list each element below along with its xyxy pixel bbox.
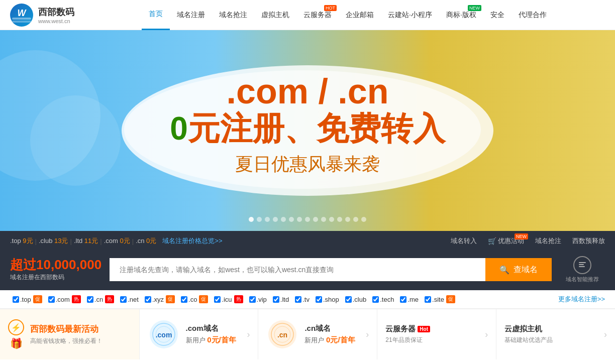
banner-title: .com / .cn: [132, 74, 483, 109]
nav-badge-new: NEW: [468, 5, 481, 12]
nav-item-security[interactable]: 安全: [483, 0, 511, 30]
card-promo[interactable]: ⚡ 🎁 西部数码最新活动 高能省钱攻略，强推必看！: [0, 309, 140, 359]
cn-price: .cn 0元: [136, 236, 156, 246]
main-nav: 首页 域名注册 域名抢注 虚拟主机 云服务器 HOT 企业邮箱 云建站·小程序 …: [90, 0, 605, 30]
server-desc: 21年品质保证: [385, 336, 479, 344]
tld-tv[interactable]: .tv: [292, 295, 312, 304]
dot-7[interactable]: [297, 217, 302, 222]
domain-grab-link[interactable]: 域名抢注: [535, 236, 561, 246]
nav-item-domain-grab[interactable]: 域名抢注: [212, 0, 254, 30]
nav-badge-hot: HOT: [324, 5, 337, 12]
top-price: .top 9元: [10, 236, 33, 246]
banner-dots: [249, 217, 366, 222]
search-input[interactable]: [110, 258, 485, 281]
banner-subtitle-text: 元注册、免费转入: [188, 110, 445, 147]
dot-10[interactable]: [321, 217, 326, 222]
server-hot-badge: Hot: [418, 326, 430, 332]
tld-vip[interactable]: .vip: [247, 295, 269, 304]
dot-6[interactable]: [289, 217, 294, 222]
server-arrow: ›: [485, 329, 488, 340]
dot-14[interactable]: [353, 217, 358, 222]
dot-4[interactable]: [273, 217, 278, 222]
tld-com[interactable]: .com 热: [46, 294, 83, 304]
nav-item-vhost[interactable]: 虚拟主机: [254, 0, 296, 30]
search-section: 超过10,000,000 域名注册在西部数码 🔍 查域名 域名智能推荐: [0, 251, 615, 290]
more-tld-link[interactable]: 更多域名注册>>: [558, 295, 605, 304]
search-button-label: 查域名: [514, 265, 538, 275]
domain-prices: .top 9元 | .club 13元 | .ltd 11元 | .com 0元…: [10, 236, 451, 246]
cn-domain-name: .cn域名: [304, 324, 355, 333]
promo-text: 西部数码最新活动 高能省钱攻略，强推必看！: [30, 323, 102, 345]
banner-content: .com / .cn 0元注册、免费转入 夏日优惠风暴来袭: [132, 74, 483, 177]
dot-3[interactable]: [265, 217, 270, 222]
dot-12[interactable]: [337, 217, 342, 222]
tld-ltd[interactable]: .ltd: [270, 295, 291, 304]
logo[interactable]: W 西部数码 www.west.cn: [10, 4, 90, 27]
nav-item-email[interactable]: 企业邮箱: [339, 0, 381, 30]
search-left: 超过10,000,000 域名注册在西部数码: [10, 258, 101, 282]
promo-new-badge: NEW: [515, 233, 528, 239]
search-button[interactable]: 🔍 查域名: [485, 258, 552, 281]
club-price: .club 13元: [39, 236, 68, 246]
nav-item-cloud-server[interactable]: 云服务器 HOT: [296, 0, 339, 30]
nav-item-trademark[interactable]: 商标·版权 NEW: [439, 0, 483, 30]
server-info: 云服务器 Hot 21年品质保证: [385, 324, 479, 344]
hosting-arrow: ›: [604, 329, 607, 340]
search-desc: 域名注册在西部数码: [10, 273, 101, 282]
svg-rect-6: [579, 262, 586, 263]
nav-item-home[interactable]: 首页: [142, 0, 170, 30]
tld-net[interactable]: .net: [118, 295, 141, 304]
tld-bar: .top 促 .com 热 .cn 热 .net .xyz 促 .co 促 .i…: [0, 290, 615, 309]
tld-club[interactable]: .club: [343, 295, 369, 304]
tld-site[interactable]: .site 促: [422, 294, 458, 304]
domain-bar-right: 域名转入 🛒 优惠活动 NEW 域名抢注 西数预释放: [451, 236, 605, 246]
tld-top[interactable]: .top 促: [10, 294, 45, 304]
logo-icon: W: [10, 4, 33, 27]
logo-text: 西部数码 www.west.cn: [38, 6, 74, 24]
card-server[interactable]: 云服务器 Hot 21年品质保证 ›: [377, 309, 496, 359]
dot-2[interactable]: [257, 217, 262, 222]
card-com[interactable]: .com .com域名 新用户 0元/首年 ›: [140, 309, 259, 359]
dot-9[interactable]: [313, 217, 318, 222]
search-box: 🔍 查域名: [110, 258, 552, 281]
tld-shop[interactable]: .shop: [313, 295, 342, 304]
domain-bar: .top 9元 | .club 13元 | .ltd 11元 | .com 0元…: [0, 231, 615, 251]
tld-me[interactable]: .me: [397, 295, 421, 304]
banner-tagline: 夏日优惠风暴来袭: [132, 152, 483, 177]
tld-icu[interactable]: .icu 热: [212, 294, 245, 304]
svg-rect-2: [12, 21, 31, 23]
prerelease-link[interactable]: 西数预释放: [572, 236, 605, 246]
promo-title: 西部数码最新活动: [30, 323, 102, 335]
nav-item-website[interactable]: 云建站·小程序: [381, 0, 439, 30]
logo-svg: W: [10, 4, 33, 27]
nav-item-agent[interactable]: 代理合作: [511, 0, 554, 30]
svg-rect-7: [579, 264, 584, 265]
banner-subtitle: 0元注册、免费转入: [132, 111, 483, 146]
card-hosting[interactable]: 云虚拟主机 基础建站优选产品 ›: [496, 309, 615, 359]
com-info: .com域名 新用户 0元/首年: [186, 324, 236, 345]
dot-1[interactable]: [249, 217, 254, 222]
logo-name: 西部数码: [38, 6, 74, 18]
hosting-desc: 基础建站优选产品: [504, 336, 598, 344]
tld-xyz[interactable]: .xyz 促: [142, 294, 177, 304]
dot-11[interactable]: [329, 217, 334, 222]
tld-tech[interactable]: .tech: [370, 295, 396, 304]
header: W 西部数码 www.west.cn 首页 域名注册 域名抢注 虚拟主机 云服务…: [0, 0, 615, 30]
tld-co[interactable]: .co 促: [178, 294, 211, 304]
tld-cn[interactable]: .cn 热: [84, 294, 117, 304]
svg-text:.cn: .cn: [277, 331, 287, 339]
dot-5[interactable]: [281, 217, 286, 222]
search-count: 超过10,000,000: [10, 258, 101, 272]
dot-15[interactable]: [361, 217, 366, 222]
dot-13[interactable]: [345, 217, 350, 222]
card-cn[interactable]: .cn .cn域名 新用户 0元/首年 ›: [258, 309, 377, 359]
promo-link[interactable]: 🛒 优惠活动 NEW: [488, 236, 524, 246]
price-list-link[interactable]: 域名注册价格总览>>: [162, 236, 222, 246]
domain-transfer-link[interactable]: 域名转入: [451, 236, 477, 246]
dot-8[interactable]: [305, 217, 310, 222]
nav-item-domain-reg[interactable]: 域名注册: [170, 0, 212, 30]
com-domain-name: .com域名: [186, 324, 236, 333]
promo-icon: ⚡ 🎁: [8, 319, 24, 349]
recommend-icon: [573, 256, 591, 274]
search-recommend[interactable]: 域名智能推荐: [560, 256, 605, 283]
